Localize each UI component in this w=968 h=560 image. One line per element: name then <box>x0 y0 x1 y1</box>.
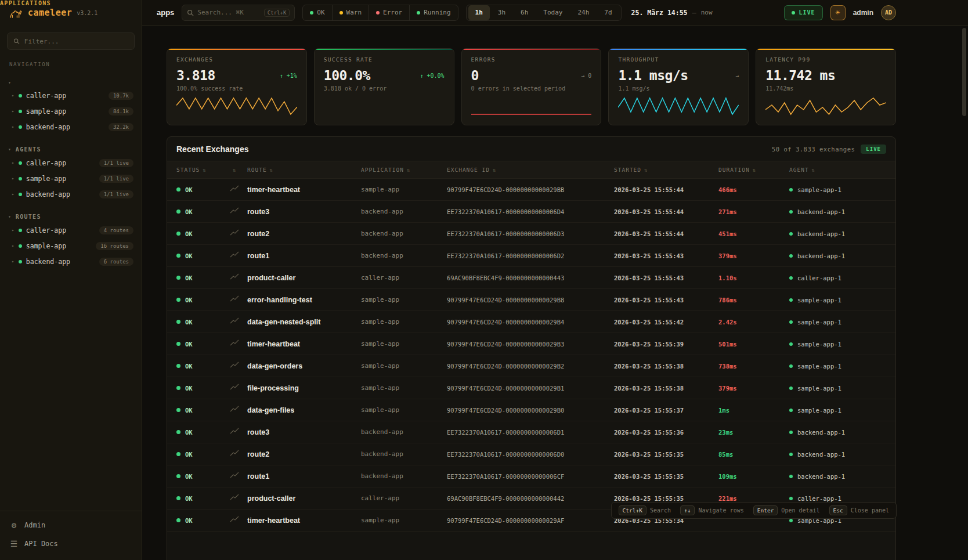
started-timestamp: 2026-03-25 15:55:44 <box>614 208 718 215</box>
trace-icon <box>230 362 239 368</box>
search-box[interactable]: Ctrl+K <box>182 5 295 21</box>
table-row[interactable]: OK error-handling-test sample-app 90799F… <box>167 289 895 311</box>
route-name: data-gen-nested-split <box>247 318 361 326</box>
agent-name: sample-app-1 <box>797 407 841 414</box>
stat-subtitle: 0 errors in selected period <box>471 85 592 92</box>
column-header-status[interactable]: STATUS⇅ <box>167 167 230 173</box>
agent-name: sample-app-1 <box>797 319 841 326</box>
time-range-today[interactable]: Today <box>536 5 569 20</box>
table-row[interactable]: OK route1 backend-app EE7322370A10617-00… <box>167 245 895 267</box>
sidebar-item-sample-app[interactable]: ▸ sample-app 84.1k <box>0 103 142 119</box>
section-header[interactable]: ▾ AGENTS <box>0 144 142 155</box>
chevron-right-icon: ▸ <box>12 109 15 114</box>
time-range-7d[interactable]: 7d <box>597 5 619 20</box>
started-timestamp: 2026-03-25 15:55:44 <box>614 230 718 237</box>
filter-chip-warn[interactable]: Warn <box>333 5 370 20</box>
application-name: sample-app <box>361 318 447 326</box>
card-accent-bar <box>609 49 748 50</box>
section-header[interactable]: ▾ APPLICATIONS <box>0 78 142 88</box>
trace-icon <box>230 251 239 258</box>
time-range-group: 1h3h6hToday24h7d <box>466 5 622 21</box>
stat-trend: ↑ +1% <box>280 73 297 79</box>
time-range-1h[interactable]: 1h <box>468 5 490 20</box>
sidebar-filter[interactable] <box>7 32 135 50</box>
filter-chip-error[interactable]: Error <box>369 5 410 20</box>
live-toggle[interactable]: LIVE <box>784 5 823 20</box>
agent-name: backend-app-1 <box>797 429 845 436</box>
search-input[interactable] <box>197 9 260 16</box>
table-row[interactable]: OK timer-heartbeat sample-app 90799F47E6… <box>167 179 895 201</box>
column-header-route[interactable]: ROUTE⇅ <box>247 167 361 173</box>
time-range-24h[interactable]: 24h <box>570 5 596 20</box>
agent-dot-icon <box>789 497 793 500</box>
column-header-trace[interactable]: ⇅ <box>230 167 247 173</box>
filter-chip-ok[interactable]: OK <box>303 5 332 20</box>
time-range-3h[interactable]: 3h <box>491 5 512 20</box>
stat-subtitle: 3.818 ok / 0 error <box>324 85 445 92</box>
sort-icon: ⇅ <box>753 167 756 173</box>
stat-value: 100.0% <box>324 68 370 83</box>
count-badge: 84.1k <box>109 107 133 115</box>
section-header[interactable]: ▾ ROUTES <box>0 211 142 222</box>
status-dot-icon <box>176 430 180 434</box>
status-dot-icon <box>19 177 22 180</box>
trace-icon <box>230 516 239 523</box>
sidebar-item-api-docs[interactable]: ☰ API Docs <box>0 534 142 553</box>
filter-chip-running[interactable]: Running <box>410 5 457 20</box>
card-accent-bar <box>462 49 601 50</box>
stat-title: LATENCY P99 <box>765 56 886 63</box>
main-content: EXCHANGES 3.818 ↑ +1% 100.0% success rat… <box>142 26 968 560</box>
stat-cards: EXCHANGES 3.818 ↑ +1% 100.0% success rat… <box>167 48 896 125</box>
table-row[interactable]: OK data-gen-orders sample-app 90799F47E6… <box>167 355 895 377</box>
range-end-label: now <box>701 9 713 16</box>
table-row[interactable]: OK route3 backend-app EE7322370A10617-00… <box>167 201 895 223</box>
table-row[interactable]: OK route3 backend-app EE7322370A10617-00… <box>167 421 895 443</box>
column-header-duration[interactable]: DURATION⇅ <box>718 167 789 173</box>
status-dot-icon <box>176 496 180 500</box>
avatar[interactable]: AD <box>881 5 896 20</box>
agent-dot-icon <box>789 386 793 390</box>
table-row[interactable]: OK route2 backend-app EE7322370A10617-00… <box>167 443 895 465</box>
table-row[interactable]: OK route2 backend-app EE7322370A10617-00… <box>167 223 895 245</box>
time-range-6h[interactable]: 6h <box>514 5 535 20</box>
trace-icon <box>230 472 239 479</box>
trace-icon <box>230 295 239 302</box>
route-name: file-processing <box>247 384 361 392</box>
table-row[interactable]: OK data-gen-nested-split sample-app 9079… <box>167 311 895 333</box>
sidebar-item-backend-app[interactable]: ▸ backend-app 32.2k <box>0 119 142 135</box>
agent-dot-icon <box>789 276 793 280</box>
agent-dot-icon <box>789 519 793 522</box>
sidebar-item-backend-app[interactable]: ▸ backend-app 1/1 live <box>0 186 142 202</box>
column-header-application[interactable]: APPLICATION⇅ <box>361 167 447 173</box>
exchange-id: 90799F47E6CD24D-00000000000029B4 <box>447 319 614 326</box>
sidebar-item-sample-app[interactable]: ▸ sample-app 16 routes <box>0 238 142 254</box>
status-dot-icon <box>19 244 22 248</box>
camel-logo-icon <box>8 5 23 20</box>
table-row[interactable]: OK data-gen-files sample-app 90799F47E6C… <box>167 399 895 421</box>
table-row[interactable]: OK product-caller caller-app 69AC90BF8EB… <box>167 267 895 289</box>
theme-toggle[interactable]: ☀ <box>830 5 846 20</box>
scrollbar-thumb[interactable] <box>962 28 966 116</box>
keyboard-hint-search: Ctrl+KSearch <box>619 505 671 515</box>
column-header-started[interactable]: STARTED⇅ <box>614 167 718 173</box>
duration-value: 109ms <box>718 473 789 480</box>
table-row[interactable]: OK timer-heartbeat sample-app 90799F47E6… <box>167 333 895 355</box>
sidebar-item-backend-app[interactable]: ▸ backend-app 6 routes <box>0 254 142 269</box>
started-timestamp: 2026-03-25 15:55:42 <box>614 319 718 326</box>
table-row[interactable]: OK route1 backend-app EE7322370A10617-00… <box>167 465 895 487</box>
sidebar-item-caller-app[interactable]: ▸ caller-app 10.7k <box>0 88 142 103</box>
sidebar-item-sample-app[interactable]: ▸ sample-app 1/1 live <box>0 171 142 186</box>
sidebar-filter-input[interactable] <box>24 38 128 45</box>
application-name: sample-app <box>361 186 447 193</box>
status-dot-icon <box>176 364 180 368</box>
table-row[interactable]: OK file-processing sample-app 90799F47E6… <box>167 377 895 399</box>
sidebar-item-caller-app[interactable]: ▸ caller-app 1/1 live <box>0 155 142 171</box>
trace-icon <box>230 229 239 236</box>
sidebar-item-caller-app[interactable]: ▸ caller-app 4 routes <box>0 222 142 238</box>
column-header-exchange-id[interactable]: EXCHANGE ID⇅ <box>447 167 614 173</box>
sidebar-item-admin[interactable]: ⚙ Admin <box>0 516 142 534</box>
column-header-agent[interactable]: AGENT⇅ <box>789 167 895 173</box>
exchange-id: 90799F47E6CD24D-00000000000029B8 <box>447 297 614 304</box>
status-dot-icon <box>176 452 180 456</box>
duration-value: 1ms <box>718 407 789 414</box>
